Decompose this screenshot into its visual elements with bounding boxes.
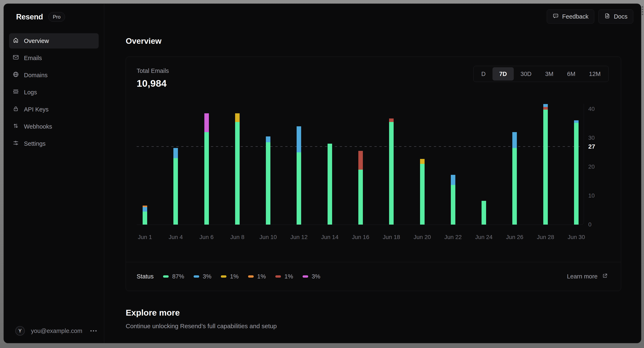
blue-swatch <box>194 275 199 278</box>
docs-button-label: Docs <box>614 13 628 20</box>
resend-logo: Resend <box>16 12 43 21</box>
user-menu-ellipsis-icon[interactable] <box>89 328 98 334</box>
bar-segment-blue <box>574 120 578 123</box>
x-axis-label: Jun 28 <box>529 234 562 241</box>
x-axis-label: Jun 22 <box>436 234 470 241</box>
x-axis-label: Jun 8 <box>221 234 254 241</box>
sidebar-item-overview[interactable]: Overview <box>9 33 99 48</box>
bar-segment-green <box>143 212 147 224</box>
page-title: Overview <box>126 36 641 46</box>
legend-item-green: 87% <box>163 273 184 280</box>
user-email: you@example.com <box>31 328 89 334</box>
legend-pct: 1% <box>257 273 266 280</box>
bar-segment-yellow <box>235 113 240 122</box>
globe-icon <box>12 71 19 79</box>
y-axis-tick: 20 <box>588 163 607 170</box>
bar-segment-green <box>420 164 424 224</box>
sidebar-item-label: Overview <box>24 38 49 44</box>
external-link-icon <box>602 273 608 280</box>
sidebar-item-label: Settings <box>24 140 46 147</box>
feedback-button[interactable]: Feedback <box>547 10 594 24</box>
frame-scrollbar-dots <box>642 6 643 15</box>
x-axis-label: Jun 1 <box>128 234 162 241</box>
bar-segment-blue <box>296 126 301 152</box>
x-axis-label: Jun 20 <box>406 234 439 241</box>
bar-segment-green <box>328 144 332 224</box>
bar-segment-green <box>204 132 209 224</box>
sidebar-item-api-keys[interactable]: API Keys <box>9 102 99 117</box>
total-emails-card: Total Emails 10,984 D 7D 30D 3M 6M 12M 0… <box>126 56 621 291</box>
speech-bubble-icon <box>552 13 559 20</box>
sidebar-item-logs[interactable]: Logs <box>9 85 99 100</box>
x-axis-label: Jun 16 <box>344 234 377 241</box>
x-axis-label: Jun 12 <box>282 234 316 241</box>
logs-icon <box>12 88 19 96</box>
bar-segment-yellow <box>420 159 424 164</box>
bar-segment-green <box>235 122 240 224</box>
legend-item-yellow: 1% <box>221 273 238 280</box>
orange-swatch <box>248 275 254 278</box>
y-axis-tick: 30 <box>588 134 607 142</box>
sidebar-item-domains[interactable]: Domains <box>9 68 99 83</box>
screenshot-frame: Resend Pro Overview Emails Domains <box>0 0 644 348</box>
bar-segment-red <box>389 118 394 122</box>
app-window: Resend Pro Overview Emails Domains <box>4 4 641 343</box>
home-icon <box>12 37 19 45</box>
bar-segment-red <box>358 151 363 170</box>
bar-segment-blue <box>143 207 147 212</box>
legend-pct: 1% <box>230 273 238 280</box>
sidebar-item-settings[interactable]: Settings <box>9 136 99 151</box>
bar-segment-green <box>482 201 486 224</box>
legend-pct: 1% <box>284 273 293 280</box>
yellow-swatch <box>221 275 226 278</box>
sidebar-item-label: Webhooks <box>24 123 52 130</box>
bar-segment-green <box>543 110 548 224</box>
y-axis-reference-value: 27 <box>588 143 607 150</box>
document-icon <box>604 13 610 20</box>
legend-item-red: 1% <box>275 273 293 280</box>
docs-button[interactable]: Docs <box>598 10 633 24</box>
x-axis-label: Jun 24 <box>467 234 500 241</box>
learn-more-label: Learn more <box>567 273 598 280</box>
legend-row: Status 87% 3% 1% 1% 1% 3% Learn more <box>126 262 621 291</box>
bar-segment-orange <box>143 206 147 207</box>
x-axis-label: Jun 26 <box>498 234 531 241</box>
y-axis-tick: 40 <box>588 106 607 112</box>
sidebar-item-emails[interactable]: Emails <box>9 50 99 66</box>
legend-items: 87% 3% 1% 1% 1% 3% <box>163 273 320 280</box>
bar-segment-green <box>451 185 455 224</box>
bar-segment-red <box>543 107 548 110</box>
legend-item-orange: 1% <box>248 273 266 280</box>
x-axis-label: Jun 10 <box>252 234 285 241</box>
top-actions: Feedback Docs <box>547 10 633 24</box>
sidebar-item-label: Domains <box>24 72 48 79</box>
sidebar: Resend Pro Overview Emails Domains <box>4 4 104 343</box>
sidebar-item-webhooks[interactable]: Webhooks <box>9 119 99 134</box>
arrows-up-down-icon <box>12 122 19 130</box>
legend-item-blue: 3% <box>194 273 211 280</box>
bar-segment-green <box>266 142 270 224</box>
legend-pct: 87% <box>172 273 184 280</box>
bar-segment-blue <box>543 104 548 107</box>
legend-pct: 3% <box>203 273 211 280</box>
learn-more-link[interactable]: Learn more <box>567 273 608 280</box>
feedback-button-label: Feedback <box>562 13 588 20</box>
legend-item-purple: 3% <box>302 273 320 280</box>
bar-segment-green <box>389 122 394 224</box>
sidebar-item-label: Emails <box>24 55 42 62</box>
y-axis-tick: 0 <box>588 221 607 228</box>
explore-section: Explore more Continue unlocking Resend’s… <box>126 308 641 330</box>
mail-icon <box>12 54 19 62</box>
x-axis-label: Jun 14 <box>313 234 346 241</box>
bar-segment-blue <box>266 136 270 142</box>
bar-segment-purple <box>204 113 209 132</box>
sidebar-item-label: Logs <box>24 89 37 96</box>
logo-row: Resend Pro <box>16 12 104 22</box>
bar-segment-blue <box>174 148 178 158</box>
bar-segment-green <box>296 152 301 224</box>
green-swatch <box>163 275 169 278</box>
bar-segment-blue <box>512 132 517 148</box>
pro-plan-badge: Pro <box>48 12 65 22</box>
x-axis-label: Jun 18 <box>375 234 408 241</box>
sliders-icon <box>12 140 19 148</box>
